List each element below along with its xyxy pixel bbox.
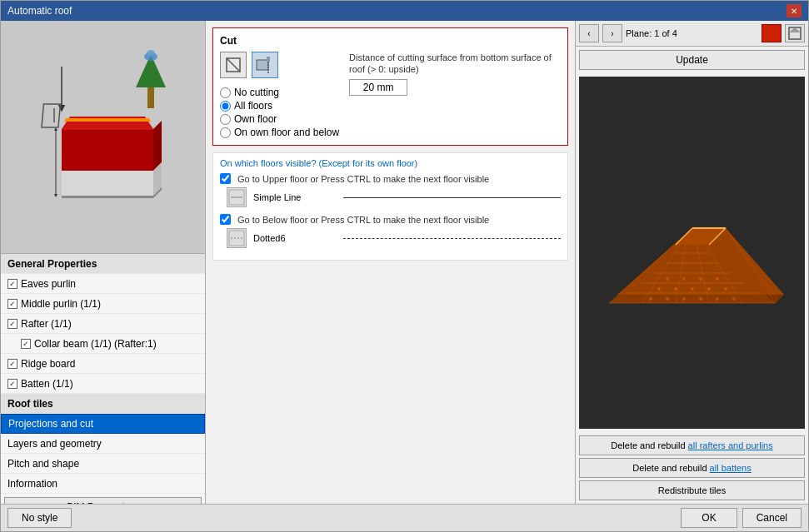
bottom-bar: No style OK Cancel bbox=[1, 504, 808, 531]
prev-plane-button[interactable]: ‹ bbox=[579, 24, 599, 42]
lower-line-icon[interactable] bbox=[227, 228, 247, 248]
svg-marker-14 bbox=[64, 118, 151, 122]
middle-purlin-label: Middle purlin (1/1) bbox=[21, 298, 101, 310]
nav-roof-tiles-header: Roof tiles bbox=[1, 394, 205, 414]
own-floor-below-option[interactable]: On own floor and below bbox=[220, 127, 339, 138]
roof-preview-illustration bbox=[24, 42, 182, 233]
all-battens-highlight: all battens bbox=[710, 463, 752, 473]
delete-rebuild-rafters-prefix: Delete and rebuild bbox=[611, 440, 687, 450]
nav-pitch-shape[interactable]: Pitch and shape bbox=[1, 454, 205, 474]
svg-point-56 bbox=[707, 287, 711, 291]
collar-beam-checkbox[interactable] bbox=[21, 339, 31, 349]
delete-rebuild-battens-button[interactable]: Delete and rebuild all battens bbox=[579, 458, 805, 478]
title-bar: Automatic roof ✕ bbox=[1, 1, 808, 21]
view-icon[interactable] bbox=[785, 24, 805, 42]
no-cutting-label: No cutting bbox=[234, 87, 279, 98]
svg-point-48 bbox=[666, 297, 669, 301]
own-floor-option[interactable]: Own floor bbox=[220, 113, 339, 125]
lower-floor-label: Go to Below floor or Press CTRL to make … bbox=[237, 215, 489, 225]
cut-distance-input[interactable] bbox=[349, 79, 407, 96]
svg-point-59 bbox=[682, 277, 686, 281]
cut-icons-row bbox=[220, 52, 339, 78]
svg-marker-8 bbox=[62, 129, 153, 171]
lower-line-style-name: Dotted6 bbox=[253, 233, 337, 243]
cut-title: Cut bbox=[220, 35, 561, 47]
svg-point-57 bbox=[724, 287, 727, 291]
ridge-board-label: Ridge board bbox=[21, 358, 75, 370]
pitch-shape-label: Pitch and shape bbox=[7, 458, 79, 470]
information-label: Information bbox=[7, 478, 57, 490]
cancel-button[interactable]: Cancel bbox=[742, 508, 802, 528]
svg-point-50 bbox=[699, 297, 702, 301]
eaves-purlin-checkbox[interactable] bbox=[7, 279, 17, 289]
nav-collar-beam[interactable]: Collar beam (1/1) (Rafter:1) bbox=[1, 334, 205, 354]
plane-color-icon[interactable] bbox=[762, 24, 782, 42]
redistribute-tiles-label: Redistribute tiles bbox=[658, 485, 726, 495]
preview-area bbox=[1, 21, 205, 254]
cut-distance-label: Distance of cutting surface from bottom … bbox=[349, 52, 561, 76]
upper-floor-checkbox[interactable] bbox=[220, 173, 231, 184]
cut-icon-all-floors[interactable] bbox=[252, 52, 278, 78]
nav-information[interactable]: Information bbox=[1, 474, 205, 494]
svg-point-55 bbox=[691, 287, 694, 291]
nav-middle-purlin[interactable]: Middle purlin (1/1) bbox=[1, 294, 205, 314]
eaves-purlin-label: Eaves purlin bbox=[21, 278, 76, 290]
middle-purlin-checkbox[interactable] bbox=[7, 299, 17, 309]
svg-point-51 bbox=[716, 297, 719, 301]
svg-point-49 bbox=[682, 297, 686, 301]
floor-visibility-section: On which floors visible? (Except for its… bbox=[212, 152, 568, 261]
roof-3d-preview bbox=[579, 77, 805, 429]
nav-ridge-board[interactable]: Ridge board bbox=[1, 354, 205, 374]
lower-floor-row: Go to Below floor or Press CTRL to make … bbox=[220, 214, 561, 225]
layers-geometry-label: Layers and geometry bbox=[7, 438, 102, 450]
svg-marker-9 bbox=[153, 121, 162, 171]
nav-layers-geometry[interactable]: Layers and geometry bbox=[1, 434, 205, 454]
cut-options: No cutting All floors Own floor bbox=[220, 87, 339, 138]
rafter-checkbox[interactable] bbox=[7, 319, 17, 329]
update-button[interactable]: Update bbox=[579, 50, 805, 70]
right-bottom-buttons: Delete and rebuild all rafters and purli… bbox=[576, 432, 808, 504]
automatic-roof-window: Automatic roof ✕ bbox=[0, 0, 809, 532]
close-button[interactable]: ✕ bbox=[787, 4, 802, 17]
no-cutting-option[interactable]: No cutting bbox=[220, 87, 339, 98]
all-floors-label: All floors bbox=[234, 100, 272, 112]
upper-line-preview bbox=[343, 197, 561, 198]
nav-eaves-purlin[interactable]: Eaves purlin bbox=[1, 274, 205, 294]
svg-point-6 bbox=[147, 50, 155, 57]
delete-rebuild-rafters-button[interactable]: Delete and rebuild all rafters and purli… bbox=[579, 435, 805, 455]
all-floors-option[interactable]: All floors bbox=[220, 100, 339, 112]
ridge-board-checkbox[interactable] bbox=[7, 359, 17, 369]
redistribute-tiles-button[interactable]: Redistribute tiles bbox=[579, 480, 805, 500]
next-plane-button[interactable]: › bbox=[602, 24, 622, 42]
svg-marker-11 bbox=[62, 171, 153, 196]
svg-point-52 bbox=[732, 297, 736, 301]
cut-distance-section: Distance of cutting surface from bottom … bbox=[349, 52, 561, 138]
lower-floor-checkbox[interactable] bbox=[220, 214, 231, 225]
nav-rafter[interactable]: Rafter (1/1) bbox=[1, 314, 205, 334]
svg-point-53 bbox=[657, 287, 661, 291]
center-panel: Cut bbox=[206, 21, 575, 504]
rafter-label: Rafter (1/1) bbox=[21, 318, 72, 330]
nav-batten[interactable]: Batten (1/1) bbox=[1, 374, 205, 394]
plane-label: Plane: 1 of 4 bbox=[626, 28, 758, 38]
main-content: General Properties Eaves purlin Middle p… bbox=[1, 21, 808, 504]
no-style-button[interactable]: No style bbox=[7, 508, 72, 528]
svg-rect-1 bbox=[41, 104, 59, 127]
cut-icon-none[interactable] bbox=[220, 52, 247, 78]
upper-line-style-row: Simple Line bbox=[220, 187, 561, 207]
bim-parameters-button[interactable]: BIM Parameters bbox=[4, 497, 202, 504]
svg-point-60 bbox=[699, 277, 702, 281]
floor-visibility-title: On which floors visible? (Except for its… bbox=[220, 158, 561, 168]
upper-line-icon[interactable] bbox=[227, 187, 247, 207]
nav-general-properties: General Properties bbox=[1, 254, 205, 274]
lower-line-preview bbox=[343, 238, 561, 239]
batten-checkbox[interactable] bbox=[7, 379, 17, 389]
all-rafters-purlins-highlight: all rafters and purlins bbox=[688, 440, 773, 450]
svg-point-58 bbox=[666, 277, 669, 281]
upper-floor-row: Go to Upper floor or Press CTRL to make … bbox=[220, 173, 561, 184]
svg-marker-26 bbox=[789, 27, 801, 32]
upper-line-style-name: Simple Line bbox=[253, 192, 337, 202]
projections-cut-label: Projections and cut bbox=[8, 418, 93, 430]
ok-button[interactable]: OK bbox=[681, 508, 737, 528]
nav-projections-cut[interactable]: Projections and cut bbox=[1, 414, 205, 434]
